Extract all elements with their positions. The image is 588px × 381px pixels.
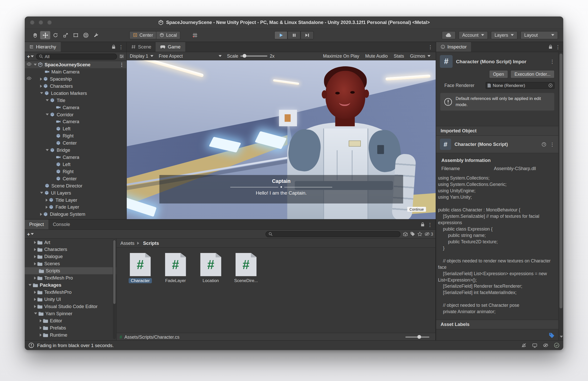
- expand-arrow-icon[interactable]: [34, 276, 36, 280]
- scale-slider[interactable]: [240, 55, 267, 56]
- create-object-button[interactable]: +: [27, 53, 34, 59]
- project-folder-textmesh-pro[interactable]: TextMesh Pro: [25, 274, 116, 282]
- expand-arrow-icon[interactable]: [46, 149, 49, 151]
- project-folder-yarn-spinner[interactable]: Yarn Spinner: [25, 310, 116, 317]
- tab-console[interactable]: Console: [48, 220, 75, 229]
- hidden-objects-icon[interactable]: [543, 343, 548, 347]
- thumbnail-zoom-slider[interactable]: [405, 337, 429, 338]
- project-folder-dialogue[interactable]: Dialogue: [25, 253, 116, 260]
- project-search-input[interactable]: [274, 232, 397, 236]
- hierarchy-item-title[interactable]: Title: [25, 97, 126, 104]
- expand-arrow-icon[interactable]: [34, 248, 36, 251]
- hierarchy-item-dialogue-system[interactable]: Dialogue System: [25, 211, 126, 218]
- layout-dropdown[interactable]: Layout: [520, 31, 558, 39]
- expand-arrow-icon[interactable]: [40, 84, 42, 87]
- expand-arrow-icon[interactable]: [46, 198, 47, 201]
- scrollbar[interactable]: [113, 239, 116, 339]
- expand-arrow-icon[interactable]: [34, 64, 37, 66]
- rect-tool-button[interactable]: [70, 31, 81, 39]
- expand-arrow-icon[interactable]: [34, 255, 36, 258]
- mute-audio-toggle[interactable]: Mute Audio: [365, 53, 388, 59]
- zoom-button[interactable]: [47, 20, 52, 25]
- hierarchy-item-bridge[interactable]: Bridge: [25, 147, 126, 154]
- hierarchy-item-left[interactable]: Left: [25, 125, 126, 132]
- visibility-eye-icon[interactable]: [27, 62, 31, 66]
- hierarchy-item-title-layer[interactable]: Title Layer: [25, 196, 126, 204]
- project-folder-textmeshpro[interactable]: TextMeshPro: [25, 288, 116, 296]
- hierarchy-item-right[interactable]: Right: [25, 132, 126, 139]
- project-folder-scenes[interactable]: Scenes: [25, 260, 116, 267]
- hierarchy-item-main-camera[interactable]: Main Camera: [25, 68, 126, 75]
- notifications-muted-icon[interactable]: [521, 343, 526, 348]
- project-folder-packages[interactable]: Packages: [25, 282, 116, 289]
- scene-menu-icon[interactable]: ⋮: [119, 62, 124, 67]
- transform-tool-button[interactable]: [81, 31, 91, 39]
- expand-arrow-icon[interactable]: [34, 298, 36, 301]
- hierarchy-item-characters[interactable]: Characters: [25, 82, 126, 90]
- expand-arrow-icon[interactable]: [40, 319, 42, 322]
- panel-menu-icon[interactable]: ⋮: [118, 44, 123, 49]
- status-message[interactable]: Fading in from black over 1 seconds.: [37, 343, 114, 348]
- asset-store-icon[interactable]: [403, 232, 408, 236]
- hierarchy-item-left[interactable]: Left: [25, 161, 126, 168]
- scale-tool-button[interactable]: [60, 31, 71, 39]
- expand-arrow-icon[interactable]: [46, 99, 49, 101]
- minimize-button[interactable]: [39, 20, 43, 25]
- hierarchy-item-camera[interactable]: Camera: [25, 104, 126, 111]
- account-dropdown[interactable]: Account: [458, 31, 488, 39]
- breadcrumb-assets[interactable]: Assets: [120, 240, 134, 246]
- pause-button[interactable]: [287, 31, 300, 39]
- move-tool-button[interactable]: [40, 31, 50, 39]
- project-search[interactable]: [265, 231, 400, 237]
- asset-location[interactable]: #Location: [195, 253, 226, 333]
- project-folder-editor[interactable]: Editor: [25, 317, 116, 324]
- panel-menu-icon[interactable]: ⋮: [555, 44, 560, 49]
- continue-button[interactable]: Continue: [407, 207, 426, 212]
- expand-arrow-icon[interactable]: [40, 92, 43, 94]
- hierarchy-search[interactable]: [36, 53, 117, 59]
- breadcrumb-current[interactable]: Scripts: [143, 240, 159, 246]
- tab-hierarchy[interactable]: Hierarchy: [25, 42, 60, 52]
- layers-dropdown[interactable]: Layers: [491, 31, 517, 39]
- expand-arrow-icon[interactable]: [34, 312, 37, 314]
- expand-arrow-icon[interactable]: [40, 213, 42, 216]
- stats-toggle[interactable]: Stats: [394, 53, 404, 59]
- face-renderer-object-field[interactable]: None (Renderer): [486, 82, 555, 89]
- rotate-tool-button[interactable]: [50, 31, 60, 39]
- status-bar[interactable]: Fading in from black over 1 seconds.: [25, 340, 563, 350]
- project-folder-visual-studio-code-editor[interactable]: Visual Studio Code Editor: [25, 303, 116, 310]
- project-folder-characters[interactable]: Characters: [25, 246, 116, 253]
- expand-arrow-icon[interactable]: [46, 113, 49, 115]
- step-button[interactable]: [301, 31, 314, 39]
- hierarchy-item-center[interactable]: Center: [25, 139, 126, 147]
- asset-scenedire[interactable]: #SceneDire...: [231, 253, 261, 333]
- create-asset-button[interactable]: +: [27, 231, 34, 237]
- hierarchy-item-spaceship[interactable]: Spaceship: [25, 75, 126, 82]
- expand-arrow-icon[interactable]: [40, 333, 42, 336]
- expand-arrow-icon[interactable]: [34, 305, 36, 308]
- hierarchy-item-corridor[interactable]: Corridor: [25, 111, 126, 118]
- expand-arrow-icon[interactable]: [40, 192, 43, 194]
- expand-arrow-icon[interactable]: [40, 326, 42, 329]
- grid-snapping-button[interactable]: [190, 31, 200, 39]
- cloud-button[interactable]: [442, 31, 455, 39]
- lock-icon[interactable]: [421, 222, 425, 227]
- favorites-star-icon[interactable]: [417, 232, 422, 236]
- hierarchy-item-ui-layers[interactable]: UI Layers: [25, 189, 126, 196]
- expand-arrow-icon[interactable]: [46, 206, 47, 209]
- asset-character[interactable]: #Character: [125, 253, 155, 333]
- console-messages-icon[interactable]: [532, 343, 537, 348]
- hierarchy-item-center[interactable]: Center: [25, 175, 126, 182]
- hierarchy-item-camera[interactable]: Camera: [25, 118, 126, 125]
- close-button[interactable]: [30, 20, 35, 25]
- hierarchy-search-input[interactable]: [45, 54, 114, 59]
- expand-arrow-icon[interactable]: [34, 241, 36, 244]
- project-folder-runtime[interactable]: Runtime: [25, 331, 116, 338]
- panel-menu-icon[interactable]: ⋮: [428, 44, 433, 49]
- custom-tool-button[interactable]: [91, 31, 101, 39]
- project-folder-unity-ui[interactable]: Unity UI: [25, 296, 116, 303]
- scrollbar-thumb[interactable]: [113, 240, 116, 304]
- project-folder-prefabs[interactable]: Prefabs: [25, 324, 116, 331]
- tab-game[interactable]: Game: [156, 42, 185, 52]
- game-viewport[interactable]: Captain Hello! I am the Captain. Continu…: [127, 60, 436, 220]
